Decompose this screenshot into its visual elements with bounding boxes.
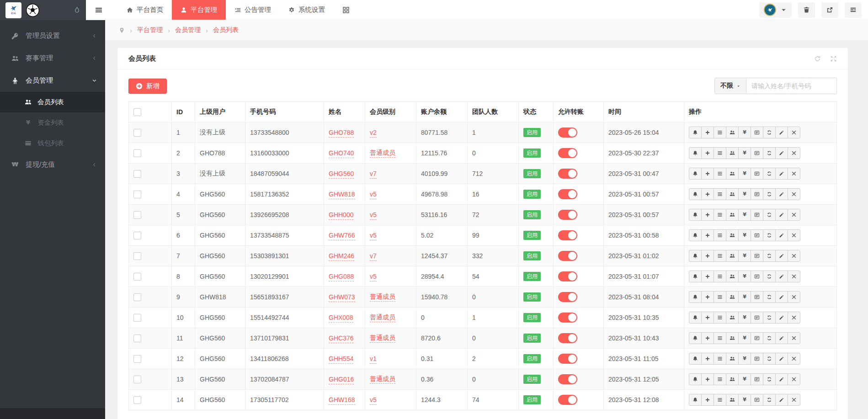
- member-level-link[interactable]: 普通成员: [370, 149, 395, 158]
- pencil-action-button[interactable]: [775, 373, 788, 385]
- sidebar-toggle-button[interactable]: [86, 0, 112, 20]
- member-name-link[interactable]: GHX008: [329, 314, 353, 323]
- recycle-action-button[interactable]: [763, 312, 776, 324]
- row-checkbox[interactable]: [133, 232, 141, 239]
- member-level-link[interactable]: 普通成员: [370, 313, 395, 322]
- transfer-toggle[interactable]: [558, 313, 577, 323]
- recycle-action-button[interactable]: [763, 147, 776, 159]
- transfer-toggle[interactable]: [558, 292, 577, 302]
- yen-action-button[interactable]: ¥: [738, 373, 751, 385]
- plus-action-button[interactable]: [701, 394, 714, 406]
- pencil-action-button[interactable]: [775, 229, 788, 241]
- recycle-action-button[interactable]: [763, 127, 776, 138]
- close-action-button[interactable]: [788, 394, 800, 406]
- member-level-link[interactable]: v5: [370, 232, 377, 240]
- close-action-button[interactable]: [788, 291, 800, 303]
- fullscreen-icon[interactable]: [830, 55, 837, 62]
- close-action-button[interactable]: [788, 312, 800, 324]
- member-level-link[interactable]: v2: [370, 129, 377, 138]
- yen-action-button[interactable]: ¥: [738, 250, 751, 262]
- bell-action-button[interactable]: [689, 209, 702, 221]
- transfer-toggle[interactable]: [558, 251, 577, 261]
- plus-action-button[interactable]: [701, 353, 714, 365]
- transfer-toggle[interactable]: [558, 127, 577, 138]
- card-list-action-button[interactable]: [751, 353, 763, 365]
- plus-action-button[interactable]: [701, 291, 714, 303]
- row-checkbox[interactable]: [133, 273, 141, 281]
- pencil-action-button[interactable]: [775, 270, 788, 282]
- row-checkbox[interactable]: [133, 334, 141, 342]
- pencil-action-button[interactable]: [775, 250, 788, 262]
- justify-action-button[interactable]: [714, 188, 726, 200]
- member-name-link[interactable]: GHC376: [329, 334, 353, 343]
- yen-action-button[interactable]: ¥: [738, 127, 751, 138]
- card-list-action-button[interactable]: [751, 250, 763, 262]
- pencil-action-button[interactable]: [775, 127, 788, 138]
- bell-action-button[interactable]: [689, 270, 702, 282]
- users-action-button[interactable]: [726, 270, 739, 282]
- card-list-action-button[interactable]: [751, 312, 763, 324]
- close-action-button[interactable]: [788, 168, 800, 180]
- member-level-link[interactable]: v5: [370, 211, 377, 220]
- pencil-action-button[interactable]: [775, 147, 788, 159]
- transfer-toggle[interactable]: [558, 189, 577, 199]
- yen-action-button[interactable]: ¥: [738, 188, 751, 200]
- nav-item-platform-home[interactable]: 平台首页: [118, 0, 172, 20]
- users-action-button[interactable]: [726, 291, 739, 303]
- bell-action-button[interactable]: [689, 250, 702, 262]
- justify-action-button[interactable]: [714, 332, 726, 344]
- bell-action-button[interactable]: [689, 332, 702, 344]
- recycle-action-button[interactable]: [763, 250, 776, 262]
- yen-action-button[interactable]: ¥: [738, 353, 751, 365]
- justify-action-button[interactable]: [714, 168, 726, 180]
- recycle-action-button[interactable]: [763, 394, 776, 406]
- close-action-button[interactable]: [788, 353, 800, 365]
- pencil-action-button[interactable]: [775, 332, 788, 344]
- plus-action-button[interactable]: [701, 373, 714, 385]
- member-level-link[interactable]: v5: [370, 396, 377, 405]
- card-list-action-button[interactable]: [751, 147, 763, 159]
- pencil-action-button[interactable]: [775, 394, 788, 406]
- justify-action-button[interactable]: [714, 312, 726, 324]
- bell-action-button[interactable]: [689, 229, 702, 241]
- justify-action-button[interactable]: [714, 270, 726, 282]
- member-name-link[interactable]: GHW766: [329, 232, 355, 240]
- transfer-toggle[interactable]: [558, 395, 577, 405]
- add-member-button[interactable]: 新增: [128, 79, 167, 94]
- member-name-link[interactable]: GHH000: [329, 211, 353, 220]
- transfer-toggle[interactable]: [558, 271, 577, 281]
- justify-action-button[interactable]: [714, 291, 726, 303]
- row-checkbox[interactable]: [133, 396, 141, 404]
- users-action-button[interactable]: [726, 250, 739, 262]
- yen-action-button[interactable]: ¥: [738, 312, 751, 324]
- row-checkbox[interactable]: [133, 252, 141, 260]
- recycle-action-button[interactable]: [763, 353, 776, 365]
- transfer-toggle[interactable]: [558, 374, 577, 384]
- users-action-button[interactable]: [726, 373, 739, 385]
- plus-action-button[interactable]: [701, 270, 714, 282]
- sidebar-item-withdraw-deposit[interactable]: ₩ 提现/充值: [0, 154, 105, 176]
- users-action-button[interactable]: [726, 332, 739, 344]
- transfer-toggle[interactable]: [558, 148, 577, 158]
- bell-action-button[interactable]: [689, 147, 702, 159]
- sidebar-item-member-manage[interactable]: 会员管理: [0, 69, 105, 92]
- recycle-action-button[interactable]: [763, 229, 776, 241]
- nav-item-announcement-manage[interactable]: 公告管理: [226, 0, 280, 20]
- breadcrumb-link-platform[interactable]: 平台管理: [137, 26, 163, 34]
- plus-action-button[interactable]: [701, 332, 714, 344]
- card-list-action-button[interactable]: [751, 270, 763, 282]
- plus-action-button[interactable]: [701, 209, 714, 221]
- panel-layout-button[interactable]: [845, 2, 862, 18]
- yen-action-button[interactable]: ¥: [738, 147, 751, 159]
- justify-action-button[interactable]: [714, 250, 726, 262]
- yen-action-button[interactable]: ¥: [738, 270, 751, 282]
- sidebar-item-funds-list[interactable]: ¥ 资金列表: [0, 112, 105, 133]
- clear-cache-button[interactable]: [798, 2, 815, 18]
- row-checkbox[interactable]: [133, 191, 141, 198]
- breadcrumb-link-member-manage[interactable]: 会员管理: [175, 26, 201, 34]
- member-level-link[interactable]: v5: [370, 273, 377, 281]
- member-name-link[interactable]: GHW168: [329, 396, 355, 405]
- justify-action-button[interactable]: [714, 353, 726, 365]
- card-list-action-button[interactable]: [751, 373, 763, 385]
- row-checkbox[interactable]: [133, 314, 141, 322]
